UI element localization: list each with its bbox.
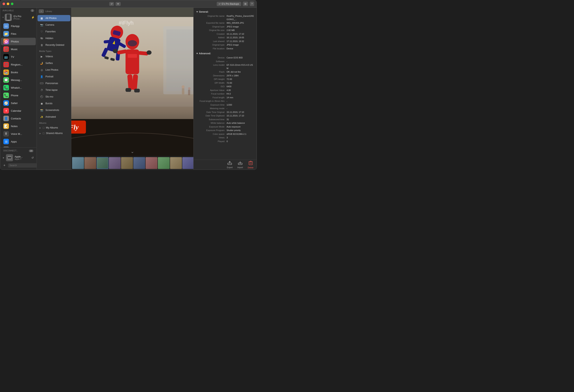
sidebar-item-fileapp[interactable]: 🗂 FileApp (1, 22, 36, 30)
sidebar-item-voicememo[interactable]: 🎙 Voice M... (1, 130, 36, 137)
svg-rect-56 (249, 162, 252, 165)
search-input[interactable] (8, 163, 37, 168)
sidebar-item-notes[interactable]: 📝 Notes (1, 122, 36, 130)
sidebar-item-profiles[interactable]: ⚙ Profiles (1, 145, 36, 147)
sidebar-item-apps[interactable]: ⊞ Apps (1, 138, 36, 145)
books-icon: 📚 (3, 69, 9, 75)
filmstrip-thumb-4[interactable] (109, 157, 121, 169)
backup-label: G's Pro Backups (222, 2, 239, 5)
right-panel: ▼ General: Original file name: RealFly_P… (193, 8, 257, 170)
maximize-button[interactable] (11, 2, 13, 5)
slomo-icon (40, 95, 44, 99)
nav-allphotos[interactable]: ▦ All Photos (38, 15, 70, 21)
backup-button[interactable]: ↩ G's Pro Backups (217, 2, 241, 6)
nav-hidden[interactable]: Hidden (38, 35, 70, 41)
info-row-views: Views: 3 (196, 136, 254, 139)
nav-recentlydeleted[interactable]: 🗑 Recently Deleted (38, 42, 70, 48)
sidebar-item-phone[interactable]: 📞 Phone (1, 92, 36, 99)
delete-action[interactable]: Delete (248, 161, 253, 169)
info-val-dimensions: 2976 x 1984 (226, 74, 239, 77)
titlebar-center: ↺ 👁 (13, 2, 217, 6)
sidebar-item-contacts[interactable]: 👤 Contacts (1, 115, 36, 122)
help-button[interactable]: ? (250, 1, 254, 6)
svg-text:⌄: ⌄ (131, 149, 134, 154)
advanced-label: ▼ Advanced: (196, 52, 211, 55)
filmstrip-thumb-7[interactable] (145, 157, 157, 169)
middle-panel-header: ‹ Library (37, 8, 71, 15)
voicememo-icon: 🎙 (3, 131, 9, 137)
filmstrip-thumb-2[interactable] (84, 157, 96, 169)
back-button[interactable]: ‹ (39, 9, 44, 13)
nav-camera[interactable]: 📷 Camera (38, 22, 70, 28)
nav-screenshots[interactable]: 📸 Screenshots (38, 107, 70, 113)
info-val-exposuremode: Auto exposure (226, 125, 241, 129)
svg-rect-4 (8, 156, 11, 157)
info-key-created: Created: (196, 32, 226, 36)
info-row-focallength35: Focal length in 35mm film: - (196, 99, 254, 103)
nav-animated[interactable]: ✨ Animated (38, 114, 70, 120)
close-button[interactable] (2, 2, 5, 5)
info-val-subsecond: 31 (226, 118, 229, 121)
nav-slomo[interactable]: Slo-mo (38, 94, 70, 100)
sidebar-item-calendar[interactable]: 4 Calendar (1, 107, 36, 115)
sidebar-item-safari[interactable]: 🧭 Safari (1, 99, 36, 107)
eye-icon: 👁 (117, 2, 119, 5)
sidebar-item-files[interactable]: 📁 Files (1, 30, 36, 38)
grid-icon-button[interactable]: ⊞ (243, 1, 248, 6)
main-window: ↺ 👁 ↩ G's Pro Backups ⊞ ? AVAILABLE 1 ▼ (0, 0, 257, 170)
add-device-button[interactable]: + (2, 163, 6, 168)
sidebar-item-music[interactable]: 🎵 Music (1, 45, 36, 53)
sidebar-item-books[interactable]: 📚 Books (1, 68, 36, 76)
export-action[interactable]: Export (227, 161, 233, 169)
filmstrip-thumb-5[interactable] (121, 157, 133, 169)
info-val-added: 16.11.2019, 19:05 (226, 36, 244, 39)
device-row[interactable]: ▼ G's Pro iPhone... ⚡ (0, 13, 37, 22)
nav-livephotos[interactable]: ◎ Live Photos (38, 67, 70, 73)
disconnected-device-row[interactable]: ▶ Apple... Apple T ↺ (1, 153, 36, 162)
contacts-label: Contacts (11, 117, 21, 120)
minimize-button[interactable] (7, 2, 9, 5)
svg-text:RealFly: RealFly (71, 123, 79, 131)
filmstrip-thumb-10[interactable] (182, 157, 193, 169)
filmstrip-thumb-6[interactable] (133, 157, 145, 169)
info-val-filesize: 2.82 MB (226, 29, 235, 32)
recentlydeleted-label: Recently Deleted (45, 44, 64, 46)
library-label: Library (45, 10, 52, 12)
info-key-exportname: Exported file name: (196, 21, 226, 25)
sidebar-item-messages[interactable]: 💬 Messag... (1, 76, 36, 84)
sidebar-item-ringtones[interactable]: 🎵 Ringtom... (1, 61, 36, 68)
filmstrip-thumb-8[interactable] (158, 157, 170, 169)
sidebar-item-whatsapp[interactable]: 📞 WhatsA... (1, 84, 36, 91)
info-key-metering: Metering mode: (196, 107, 226, 110)
info-val-dpiwidth: 72.00 (226, 81, 232, 85)
svg-rect-15 (166, 29, 193, 91)
refresh-button[interactable]: ↺ (109, 2, 114, 6)
device-sub: iPhone... (13, 18, 30, 20)
restore-icon: ↺ (31, 156, 34, 159)
albums-sharedalbums[interactable]: ▶ □ Shared Albums (38, 131, 70, 136)
filmstrip (71, 156, 193, 170)
nav-portrait[interactable]: 👤 Portrait (38, 73, 70, 80)
whatsapp-label: WhatsA... (11, 86, 22, 89)
nav-favorites[interactable]: ♡ Favorites (38, 28, 70, 35)
filmstrip-thumb-1[interactable] (72, 157, 84, 169)
books-label: Books (11, 71, 18, 74)
nav-bursts[interactable]: ◼ Bursts (38, 100, 70, 107)
disconnected-label: DISCONNECT... (3, 150, 18, 152)
sidebar-item-photos[interactable]: 🌸 Photos (1, 38, 36, 45)
filmstrip-thumb-9[interactable] (170, 157, 182, 169)
eye-button[interactable]: 👁 (116, 2, 121, 6)
albums-myalbums[interactable]: ▶ □ My Albums (38, 125, 70, 130)
filmstrip-thumb-3[interactable] (97, 157, 108, 169)
info-key-added: Added: (196, 36, 226, 39)
nav-selfies[interactable]: 🤳 Selfies (38, 60, 70, 66)
nav-timelapse[interactable]: ⏱ Time-lapse (38, 87, 70, 93)
music-label: Music (11, 48, 18, 51)
info-row-dpiwidth: DPI Width: 72.00 (196, 81, 254, 85)
import-action[interactable]: Import (237, 161, 243, 169)
nav-panoramas[interactable]: Panoramas (38, 80, 70, 86)
nav-videos[interactable]: ▶ Videos (38, 53, 70, 59)
svg-rect-46 (126, 88, 131, 92)
sidebar-item-tv[interactable]: 📺 TV (1, 53, 36, 60)
info-panel: ▼ General: Original file name: RealFly_P… (194, 8, 257, 160)
